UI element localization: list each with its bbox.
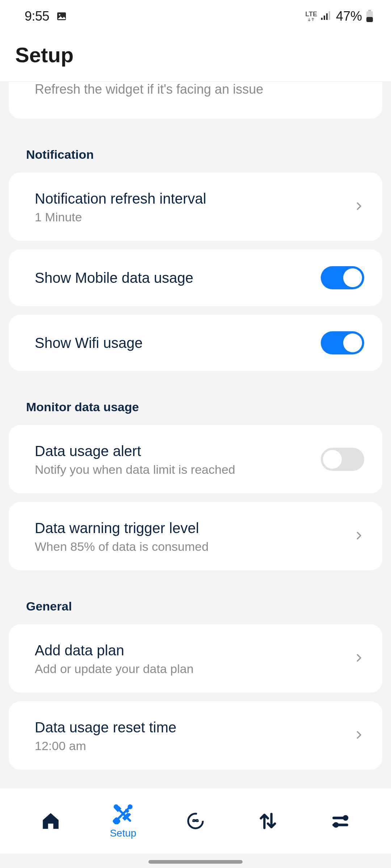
svg-rect-8 bbox=[366, 17, 373, 22]
chevron-right-icon bbox=[353, 528, 364, 544]
refresh-interval-value: 1 Minute bbox=[35, 210, 346, 224]
row-warning-trigger[interactable]: Data warning trigger level When 85% of d… bbox=[9, 502, 382, 570]
nav-speed[interactable] bbox=[246, 810, 290, 832]
svg-point-13 bbox=[193, 820, 194, 821]
svg-point-16 bbox=[343, 815, 348, 821]
svg-rect-2 bbox=[321, 18, 323, 20]
status-bar: 9:55 LTE 47% bbox=[0, 0, 391, 33]
row-show-mobile[interactable]: Show Mobile data usage bbox=[9, 250, 382, 306]
settings-scroll[interactable]: Refresh the widget if it's facing an iss… bbox=[0, 82, 391, 801]
svg-rect-5 bbox=[329, 11, 330, 20]
svg-rect-4 bbox=[326, 13, 328, 20]
row-refresh-interval[interactable]: Notification refresh interval 1 Minute bbox=[9, 173, 382, 241]
row-reset-time[interactable]: Data usage reset time 12:00 am bbox=[9, 701, 382, 770]
up-down-arrows-icon bbox=[257, 810, 279, 832]
home-icon bbox=[40, 810, 62, 832]
signal-icon bbox=[321, 10, 332, 22]
picture-icon bbox=[56, 10, 67, 22]
refresh-widget-subtitle: Refresh the widget if it's facing an iss… bbox=[35, 82, 356, 97]
add-plan-title: Add data plan bbox=[35, 641, 346, 660]
status-left: 9:55 bbox=[25, 9, 67, 24]
gesture-bar[interactable] bbox=[148, 860, 243, 864]
nav-setup[interactable]: Setup bbox=[101, 803, 145, 839]
chevron-right-icon bbox=[353, 651, 364, 667]
section-monitor: Monitor data usage Data usage alert Noti… bbox=[0, 400, 391, 570]
section-title-monitor: Monitor data usage bbox=[0, 400, 391, 425]
tools-icon bbox=[112, 803, 134, 825]
chevron-right-icon bbox=[353, 728, 364, 744]
toggle-show-wifi[interactable] bbox=[321, 331, 364, 354]
row-add-plan[interactable]: Add data plan Add or update your data pl… bbox=[9, 624, 382, 693]
section-notification: Notification Notification refresh interv… bbox=[0, 148, 391, 371]
data-alert-subtitle: Notify you when data limit is reached bbox=[35, 463, 321, 477]
nav-settings[interactable] bbox=[319, 810, 362, 832]
lte-indicator: LTE bbox=[305, 11, 317, 22]
nav-setup-label: Setup bbox=[110, 827, 136, 839]
chevron-right-icon bbox=[353, 199, 364, 215]
refresh-widget-row[interactable]: Refresh the widget if it's facing an iss… bbox=[9, 82, 382, 119]
section-title-notification: Notification bbox=[0, 148, 391, 173]
sliders-icon bbox=[329, 810, 351, 832]
reset-time-title: Data usage reset time bbox=[35, 718, 346, 737]
svg-point-18 bbox=[333, 822, 339, 827]
row-data-alert[interactable]: Data usage alert Notify you when data li… bbox=[9, 425, 382, 493]
nav-home[interactable] bbox=[29, 810, 72, 832]
page-title: Setup bbox=[15, 43, 376, 67]
refresh-interval-title: Notification refresh interval bbox=[35, 189, 346, 208]
data-alert-title: Data usage alert bbox=[35, 442, 321, 460]
section-general: General Add data plan Add or update your… bbox=[0, 599, 391, 770]
svg-point-1 bbox=[59, 14, 60, 16]
toggle-data-alert[interactable] bbox=[321, 448, 364, 471]
svg-rect-3 bbox=[324, 16, 325, 20]
show-mobile-title: Show Mobile data usage bbox=[35, 268, 321, 287]
svg-point-14 bbox=[197, 820, 198, 821]
svg-point-9 bbox=[115, 805, 118, 808]
toggle-show-mobile[interactable] bbox=[321, 266, 364, 289]
svg-rect-6 bbox=[368, 10, 371, 11]
add-plan-subtitle: Add or update your data plan bbox=[35, 662, 346, 676]
android-circle-icon bbox=[185, 810, 206, 832]
warning-trigger-subtitle: When 85% of data is consumed bbox=[35, 540, 346, 554]
battery-percent: 47% bbox=[336, 9, 362, 24]
status-time: 9:55 bbox=[25, 9, 49, 24]
battery-icon bbox=[366, 10, 374, 23]
status-right: LTE 47% bbox=[305, 9, 374, 24]
warning-trigger-title: Data warning trigger level bbox=[35, 519, 346, 537]
svg-rect-11 bbox=[113, 818, 119, 824]
nav-apps[interactable] bbox=[174, 810, 217, 832]
page-header: Setup bbox=[0, 33, 391, 82]
section-title-general: General bbox=[0, 599, 391, 624]
bottom-nav: Setup bbox=[0, 788, 391, 854]
show-wifi-title: Show Wifi usage bbox=[35, 333, 321, 352]
reset-time-value: 12:00 am bbox=[35, 739, 346, 753]
svg-point-10 bbox=[129, 805, 131, 808]
row-show-wifi[interactable]: Show Wifi usage bbox=[9, 315, 382, 371]
